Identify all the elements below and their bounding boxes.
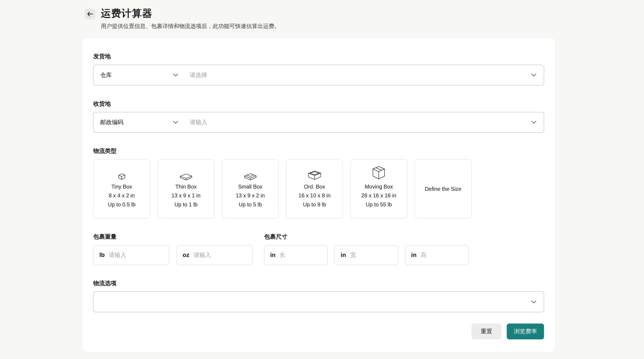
shipping-type-name: Ord. Box	[304, 182, 325, 191]
shipping-type-name: Small Box	[238, 182, 262, 191]
shipping-type-weight: Up to 9 lb	[303, 200, 326, 209]
chevron-down-icon	[531, 300, 536, 304]
tiny-box-icon	[116, 169, 127, 180]
shipping-type-tiny-box[interactable]: Tiny Box 8 x 4 x 2 in Up to 0.5 lb	[93, 159, 150, 218]
chevron-down-icon	[531, 121, 536, 124]
destination-type-value: 邮政编码	[100, 118, 124, 126]
weight-oz-input[interactable]	[194, 252, 246, 258]
size-height-field: in	[405, 245, 468, 265]
shipping-options-select[interactable]	[93, 292, 544, 312]
moving-box-icon	[370, 169, 387, 180]
thin-box-icon	[178, 169, 194, 180]
small-box-icon	[243, 169, 258, 180]
shipping-type-moving-box[interactable]: Moving Box 28 x 16 x 16 in Up to 55 lb	[350, 159, 407, 218]
origin-dropdown-toggle[interactable]	[531, 74, 536, 76]
shipping-type-dimensions: 16 x 10 x 8 in	[298, 191, 330, 200]
destination-value-input[interactable]	[190, 119, 532, 126]
browse-rates-button[interactable]: 浏览费率	[507, 324, 544, 339]
page-subtitle: 用户提供位置信息、包裹详情和物流选项后，此功能可快速估算出运费。	[101, 22, 280, 30]
shipping-type-dimensions: 8 x 4 x 2 in	[108, 191, 134, 200]
origin-field: 仓库	[93, 65, 544, 86]
shipping-type-name: Define the Size	[425, 184, 462, 194]
unit-lb: lb	[99, 252, 105, 258]
weight-size-fields: lb oz in in in	[93, 245, 544, 265]
size-length-field: in	[264, 245, 328, 265]
shipping-type-define-size[interactable]: Define the Size	[415, 159, 472, 218]
weight-oz-field: oz	[177, 245, 252, 265]
destination-field: 邮政编码	[93, 112, 544, 133]
unit-oz: oz	[182, 252, 190, 258]
origin-value-input[interactable]	[190, 72, 532, 78]
destination-label: 收货地	[93, 100, 544, 108]
destination-type-select[interactable]: 邮政编码	[100, 118, 178, 126]
shipping-calculator-page: 运费计算器 用户提供位置信息、包裹详情和物流选项后，此功能可快速估算出运费。 发…	[0, 0, 644, 359]
page-title: 运费计算器	[101, 7, 280, 20]
origin-label: 发货地	[93, 52, 544, 60]
chevron-down-icon	[173, 121, 178, 124]
shipping-type-name: Thin Box	[176, 182, 196, 191]
title-wrap: 运费计算器 用户提供位置信息、包裹详情和物流选项后，此功能可快速估算出运费。	[101, 7, 280, 30]
actions-bar: 重置 浏览费率	[93, 324, 544, 339]
shipping-type-small-box[interactable]: Small Box 13 x 9 x 2 in Up to 5 lb	[222, 159, 279, 218]
shipping-type-ord-box[interactable]: Ord. Box 16 x 10 x 8 in Up to 9 lb	[286, 159, 343, 218]
origin-type-select[interactable]: 仓库	[100, 71, 178, 79]
shipping-type-weight: Up to 1 lb	[174, 200, 198, 209]
size-width-input[interactable]	[350, 252, 392, 258]
shipping-type-weight: Up to 0.5 lb	[108, 200, 136, 209]
shipping-type-dimensions: 13 x 9 x 1 in	[172, 191, 201, 200]
back-button[interactable]	[85, 9, 96, 20]
weight-lb-input[interactable]	[109, 252, 163, 258]
size-length-input[interactable]	[280, 252, 322, 258]
shipping-types-row: Tiny Box 8 x 4 x 2 in Up to 0.5 lb Thin …	[93, 159, 544, 218]
size-height-input[interactable]	[421, 252, 463, 258]
ordinary-box-icon	[306, 169, 323, 180]
weight-lb-field: lb	[93, 245, 169, 265]
shipping-type-name: Moving Box	[365, 182, 393, 191]
shipping-type-name: Tiny Box	[111, 182, 132, 191]
destination-dropdown-toggle[interactable]	[531, 121, 536, 124]
unit-in: in	[270, 252, 276, 258]
shipping-type-thin-box[interactable]: Thin Box 13 x 9 x 1 in Up to 1 lb	[158, 159, 214, 218]
origin-type-value: 仓库	[100, 71, 112, 79]
unit-in: in	[411, 252, 416, 258]
shipping-type-weight: Up to 55 lb	[366, 200, 392, 209]
shipping-options-label: 物流选项	[93, 279, 544, 288]
shipping-types-label: 物流类型	[93, 147, 544, 155]
back-arrow-icon	[87, 12, 93, 16]
reset-button[interactable]: 重置	[472, 324, 501, 339]
package-size-label: 包裹尺寸	[264, 232, 287, 241]
size-width-field: in	[334, 245, 398, 265]
calculator-card: 发货地 仓库 收货地 邮政编码	[82, 38, 555, 352]
shipping-type-dimensions: 13 x 9 x 2 in	[236, 191, 265, 200]
package-weight-label: 包裹重量	[93, 232, 264, 241]
shipping-type-dimensions: 28 x 16 x 16 in	[361, 191, 396, 200]
page-header: 运费计算器 用户提供位置信息、包裹详情和物流选项后，此功能可快速估算出运费。	[85, 7, 280, 30]
chevron-down-icon	[173, 74, 178, 76]
weight-size-labels: 包裹重量 包裹尺寸	[93, 218, 544, 241]
unit-in: in	[340, 252, 346, 258]
chevron-down-icon	[531, 74, 536, 76]
shipping-type-weight: Up to 5 lb	[239, 200, 262, 209]
